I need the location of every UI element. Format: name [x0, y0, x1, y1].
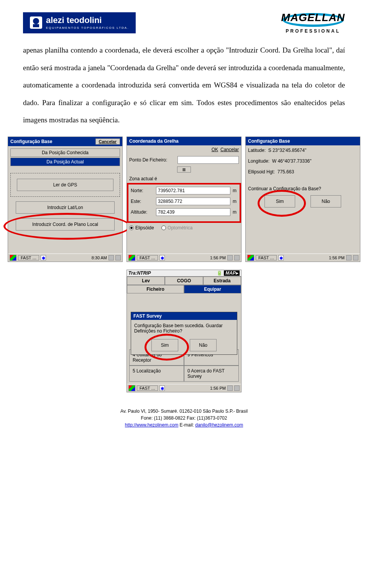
list-button[interactable]: ≣ — [177, 166, 191, 173]
tray-icon[interactable] — [108, 255, 114, 260]
start-icon[interactable] — [247, 255, 254, 261]
footer-site-link[interactable]: http://www.hezolinem.com — [125, 422, 178, 428]
title-text: Configuração Base — [248, 138, 290, 144]
start-icon[interactable] — [128, 385, 135, 391]
tray-icon[interactable] — [227, 385, 233, 391]
logo-magellan-sub: PROFESSIONAL — [281, 28, 345, 34]
tab-ficheiro[interactable]: Ficheiro — [127, 285, 184, 293]
signal-icon: 🔋 — [217, 270, 222, 276]
tray-icon[interactable] — [234, 255, 240, 260]
cancel-button[interactable]: Cancelar — [95, 138, 120, 145]
save-dialog: FAST Survey Configuração Base bem sucedi… — [131, 312, 237, 355]
start-icon[interactable] — [10, 255, 16, 261]
north-input[interactable] — [156, 187, 230, 194]
logo-alezi-sub: EQUIPAMENTOS TOPOGRÁFICOS LTDA. — [46, 26, 129, 30]
clock: 8:30 AM — [92, 255, 107, 260]
file-point-label: Ponto De Ficheiro: — [129, 157, 175, 163]
tab-known-position[interactable]: Da Posição Conhecida — [10, 148, 120, 157]
bluetooth-icon[interactable]: ✱ — [159, 385, 165, 391]
title-text: Coordenada da Grelha — [129, 138, 179, 144]
tray-icon[interactable] — [346, 255, 352, 260]
zone-label: Zona actual é — [129, 176, 239, 181]
screenshots-row: Configuração Base Cancelar Da Posição Co… — [8, 137, 360, 262]
title-text: Configuração Base — [10, 139, 52, 144]
tab-cogo[interactable]: COGO — [165, 277, 203, 285]
east-label: Este: — [131, 199, 154, 204]
yes-button[interactable]: Sim — [151, 339, 178, 351]
altitude-label: Altitude: — [131, 209, 154, 215]
taskbar-app-button[interactable]: FAST … — [256, 255, 277, 260]
start-icon[interactable] — [128, 255, 135, 261]
logo-alezi: alezi teodolini EQUIPAMENTOS TOPOGRÁFICO… — [23, 12, 136, 33]
no-button[interactable]: Não — [310, 195, 341, 208]
dialog-title: FAST Survey — [131, 312, 237, 320]
enter-grid-coord-button[interactable]: Introduzir Coord. de Plano Local — [16, 218, 114, 231]
window-title: Configuração Base Cancelar — [8, 137, 122, 146]
tray-icon[interactable] — [353, 255, 358, 260]
taskbar: FAST … ✱ 1:56 PM — [127, 384, 241, 392]
ellipsoid-radio[interactable]: Elipsóide — [129, 225, 154, 231]
body-paragraph: apenas planilha contendo a coordenada, e… — [23, 41, 345, 129]
taskbar: FAST … ✱ 1:56 PM — [127, 254, 241, 262]
tray-icon[interactable] — [115, 255, 121, 260]
footer-address: Av. Paulo VI, 1950- Sumaré. 01262-010 Sã… — [23, 408, 345, 415]
tray-icon[interactable] — [234, 385, 240, 391]
tray-icon[interactable] — [227, 255, 233, 260]
file-point-input[interactable] — [177, 156, 239, 164]
cancel-button[interactable]: Cancelar — [220, 147, 239, 152]
window-title: Configuração Base — [246, 137, 360, 145]
yes-button[interactable]: Sim — [264, 195, 295, 208]
screenshot-config-base: Configuração Base Cancelar Da Posição Co… — [8, 137, 123, 262]
screenshot-base-confirm: Configuração Base Latitude: S 23°32'45.8… — [245, 137, 360, 262]
status-bar: Tra:NTRIP 🔋 MAP▸ — [127, 270, 241, 277]
clock: 1:56 PM — [210, 255, 226, 260]
unit-label: m — [233, 209, 237, 215]
ok-button[interactable]: OK — [212, 147, 218, 152]
menu-item-about[interactable]: 0 Acerca do FAST Survey — [184, 366, 239, 382]
enter-latlon-button[interactable]: Introduzir Lat/Lon — [16, 201, 114, 214]
taskbar-app-button[interactable]: FAST … — [137, 385, 158, 391]
latitude-label: Latitude: — [248, 148, 266, 153]
unit-label: m — [233, 188, 237, 193]
tab-estrada[interactable]: Estrada — [203, 277, 241, 285]
bluetooth-icon[interactable]: ✱ — [41, 255, 46, 260]
altitude-input[interactable] — [156, 208, 230, 216]
footer-phones: Fone: (11) 3868-0822 Fax: (11)3673-0702 — [23, 415, 345, 422]
longitude-label: Longitude: — [248, 158, 269, 164]
ellipsoid-radio-label: Elipsóide — [135, 225, 154, 231]
no-button[interactable]: Não — [190, 339, 217, 351]
taskbar: FAST … ✱ 1:56 PM — [246, 254, 360, 262]
taskbar-app-button[interactable]: FAST … — [18, 255, 39, 260]
footer-email-link[interactable]: danilo@hezolinem.com — [195, 422, 243, 428]
tab-lev[interactable]: Lev — [127, 277, 165, 285]
footer-mail-prefix: E-mail: — [178, 422, 195, 428]
screenshot-save-dialog: Tra:NTRIP 🔋 MAP▸ Lev COGO Estrada Fichei… — [127, 270, 242, 392]
bluetooth-icon[interactable]: ✱ — [159, 255, 165, 260]
logo-alezi-text: alezi teodolini — [46, 16, 129, 25]
longitude-value: W 46°40'37.73336" — [272, 158, 312, 164]
east-input[interactable] — [156, 198, 230, 205]
read-gps-button[interactable]: Ler de GPS — [17, 179, 113, 191]
logo-magellan-text: MAGELLAN — [281, 12, 345, 24]
clock: 1:56 PM — [210, 386, 226, 390]
tab-current-position[interactable]: Da Posição Actual — [10, 158, 120, 166]
bluetooth-icon[interactable]: ✱ — [278, 255, 284, 260]
latitude-value: S 23°32'45.85674" — [268, 148, 306, 153]
continue-config-question: Continuar a Configuração da Base? — [248, 186, 358, 191]
menu-item-localization[interactable]: 5 Localização — [129, 366, 184, 382]
unit-label: m — [233, 199, 237, 204]
tab-equipar[interactable]: Equipar — [184, 285, 241, 293]
status-left: Tra:NTRIP — [128, 270, 151, 276]
header: alezi teodolini EQUIPAMENTOS TOPOGRÁFICO… — [23, 12, 345, 34]
north-label: Norte: — [131, 188, 154, 193]
map-button[interactable]: MAP▸ — [224, 270, 240, 276]
dialog-message: Configuração Base bem sucedida. Guardar … — [134, 323, 234, 334]
orthometric-radio-label: Optométrica — [168, 225, 192, 231]
taskbar: FAST … ✱ 8:30 AM — [8, 254, 122, 262]
orthometric-radio[interactable]: Optométrica — [161, 225, 192, 231]
logo-alezi-icon — [30, 16, 42, 29]
ellipsoid-height-label: Ellipsoid Hgt: — [248, 169, 275, 175]
clock: 1:56 PM — [329, 255, 345, 260]
window-title: Coordenada da Grelha — [127, 137, 241, 145]
taskbar-app-button[interactable]: FAST … — [137, 255, 158, 260]
